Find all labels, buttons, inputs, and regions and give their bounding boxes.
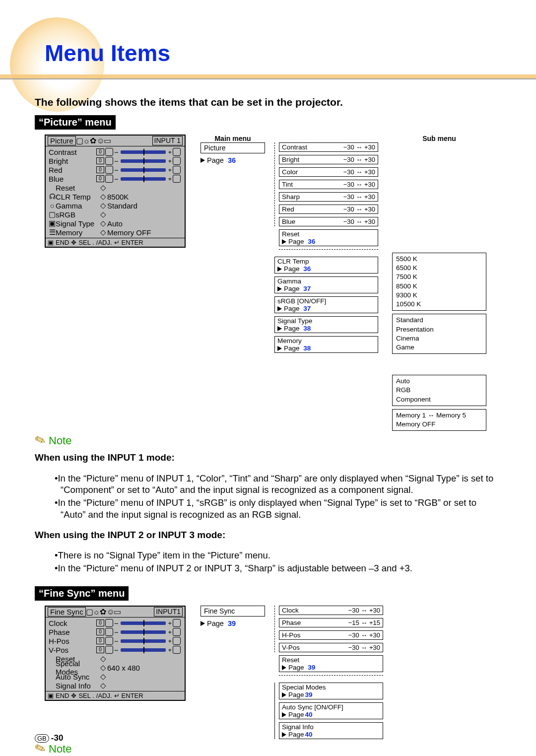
main-picture-box: Picture: [201, 142, 265, 153]
osd-option-row: Reset: [49, 183, 182, 192]
osd-option-row: Special Modes640 x 480: [49, 663, 182, 672]
memory-box: Memory Page 38: [274, 336, 378, 353]
slider-box: Blue−30 ↔ +30: [279, 217, 378, 226]
note-item: There is no “Signal Type” item in the “P…: [55, 550, 501, 561]
gamma-opts: StandardPresentationCinemaGame: [392, 314, 486, 354]
osd-picture: Picture ▢☼✿☺▭ INPUT 1 Contrast0−+Bright0…: [45, 135, 186, 248]
title-underline: [0, 74, 536, 79]
slider-box: Phase−15 ↔ +15: [279, 618, 383, 627]
osd-slider-row: Phase0−+: [49, 627, 182, 636]
clrtemp-box: CLR Temp Page 36: [274, 257, 378, 274]
osd-finesync: Fine Sync ▢☼✿☺▭ INPUT1 Clock0−+Phase0−+H…: [45, 606, 186, 701]
signaltype-box: Signal Type Page 38: [274, 316, 378, 333]
memory-opts: Memory 1 ↔ Memory 5Memory OFF: [392, 409, 486, 431]
osd-slider-row: Clock0−+: [49, 619, 182, 627]
slider-box: H-Pos−30 ↔ +30: [279, 630, 383, 640]
notes2-list: There is no “Signal Type” item in the “P…: [35, 550, 501, 574]
fs-item-box: Auto Sync [ON/OFF]Page 40: [279, 702, 383, 719]
osd-input-badge: INPUT 1: [152, 136, 183, 145]
osd-option-row: Auto Sync: [49, 672, 182, 681]
osd-slider-row: Bright0−+: [49, 156, 182, 165]
note-label-2: ✎Note: [35, 741, 501, 756]
osd-option-row: ○GammaStandard: [49, 201, 182, 210]
notes1-list: In the “Picture” menu of INPUT 1, “Color…: [35, 473, 501, 521]
section-picture-label: “Picture” menu: [35, 115, 116, 130]
osd-slider-row: V-Pos0−+: [49, 645, 182, 654]
clrtemp-opts: 5500 K6500 K7500 K8500 K9300 K10500 K: [392, 253, 486, 311]
slider-box: Color−30 ↔ +30: [279, 167, 378, 177]
page-link[interactable]: Page 39: [201, 619, 265, 627]
note-item: In the “Picture” menu of INPUT 1, “sRGB”…: [55, 497, 501, 520]
section-finesync-label: “Fine Sync” menu: [35, 586, 129, 601]
main-menu-header: Main menu: [201, 135, 265, 142]
fs-item-box: Special ModesPage 39: [279, 683, 383, 699]
osd-tab: Fine Sync: [48, 607, 86, 617]
osd-footer: ▣END ✥SEL ./ADJ. ↵ENTER: [46, 238, 185, 247]
tab-icon: ▢: [76, 136, 83, 145]
osd-option-row: ☰MemoryMemory OFF: [49, 228, 182, 237]
osd-slider-row: H-Pos0−+: [49, 636, 182, 645]
reset-box: Reset Page 36: [279, 229, 378, 246]
slider-box: Contrast−30 ↔ +30: [279, 142, 378, 152]
osd-slider-row: Red0−+: [49, 165, 182, 174]
fs-reset-box: Reset Page 39: [279, 655, 383, 672]
osd-option-row: Signal Info: [49, 681, 182, 690]
slider-box: Bright−30 ↔ +30: [279, 155, 378, 164]
page-number: GB-30: [35, 733, 63, 743]
page-title: Menu Items: [45, 40, 501, 67]
gamma-box: Gamma Page 37: [274, 276, 378, 293]
note-label: ✎Note: [35, 433, 501, 448]
slider-box: Sharp−30 ↔ +30: [279, 192, 378, 202]
osd-input-badge: INPUT1: [154, 607, 183, 617]
osd-option-row: ▣Signal TypeAuto: [49, 219, 182, 228]
main-finesync-box: Fine Sync: [201, 606, 265, 617]
srgb-box: sRGB [ON/OFF] Page 37: [274, 296, 378, 313]
osd-option-row: ▢sRGB: [49, 210, 182, 219]
intro-text: The following shows the items that can b…: [35, 96, 501, 108]
slider-box: Red−30 ↔ +30: [279, 205, 378, 214]
note-icon: ✎: [32, 431, 48, 450]
osd-slider-row: Blue0−+: [49, 174, 182, 183]
slider-box: Clock−30 ↔ +30: [279, 606, 383, 615]
signaltype-opts: AutoRGBComponent: [392, 375, 486, 406]
osd-footer: ▣END ✥SEL ./ADJ. ↵ENTER: [46, 691, 185, 700]
osd-option-row: ☊CLR Temp8500K: [49, 192, 182, 201]
fs-item-box: Signal InfoPage 40: [279, 722, 383, 739]
notes2-head: When using the INPUT 2 or INPUT 3 mode:: [35, 530, 501, 541]
sub-menu-header: Sub menu: [392, 135, 486, 142]
slider-box: V-Pos−30 ↔ +30: [279, 643, 383, 652]
note-item: In the “Picture” menu of INPUT 2 or INPU…: [55, 562, 501, 574]
notes1-head: When using the INPUT 1 mode:: [35, 452, 501, 463]
page-link[interactable]: Page 36: [201, 156, 265, 164]
osd-slider-row: Contrast0−+: [49, 147, 182, 156]
slider-box: Tint−30 ↔ +30: [279, 180, 378, 189]
note-item: In the “Picture” menu of INPUT 1, “Color…: [55, 473, 501, 496]
osd-tab: Picture: [48, 136, 76, 145]
